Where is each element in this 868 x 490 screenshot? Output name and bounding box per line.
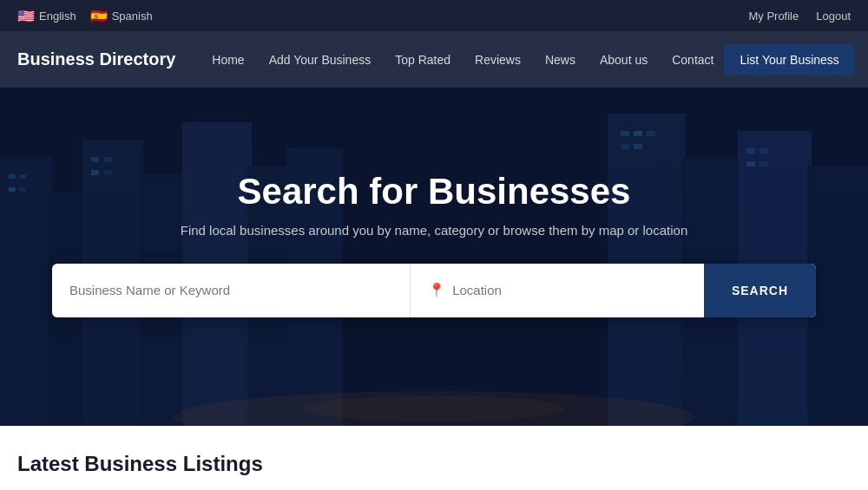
logout-link[interactable]: Logout [816, 10, 851, 23]
location-pin-icon: 📍 [428, 282, 445, 298]
lang-spanish[interactable]: 🇪🇸 Spanish [90, 8, 153, 24]
nav-add-business[interactable]: Add Your Business [259, 46, 382, 74]
language-selector: 🇺🇸 English 🇪🇸 Spanish [17, 8, 153, 24]
hero-content: Search for Businesses Find local busines… [163, 171, 705, 264]
navbar: Business Directory Home Add Your Busines… [0, 31, 868, 88]
nav-top-rated[interactable]: Top Rated [385, 46, 461, 74]
listings-title: Latest Business Listings [17, 452, 851, 476]
lang-english-label: English [39, 10, 76, 23]
search-button[interactable]: SEARCH [704, 264, 816, 317]
nav-reviews[interactable]: Reviews [464, 46, 531, 74]
location-input-wrap: 📍 [411, 264, 704, 317]
keyword-input[interactable] [69, 283, 392, 297]
listings-section: Latest Business Listings [0, 426, 868, 490]
nav-home[interactable]: Home [201, 46, 254, 74]
lang-english[interactable]: 🇺🇸 English [17, 8, 76, 24]
brand-logo[interactable]: Business Directory [17, 49, 175, 69]
flag-english: 🇺🇸 [17, 8, 35, 24]
hero-title: Search for Businesses [181, 171, 687, 212]
nav-about-us[interactable]: About us [589, 46, 658, 74]
hero-section: Search for Businesses Find local busines… [0, 88, 868, 426]
nav-news[interactable]: News [535, 46, 586, 74]
top-bar-right: My Profile Logout [748, 10, 851, 23]
nav-links: Home Add Your Business Top Rated Reviews… [201, 46, 724, 74]
location-input[interactable] [452, 283, 687, 297]
lang-spanish-label: Spanish [112, 10, 153, 23]
hero-subtitle: Find local businesses around you by name… [181, 223, 687, 238]
keyword-input-wrap [52, 264, 411, 317]
nav-contact[interactable]: Contact [661, 46, 724, 74]
search-bar: 📍 SEARCH [52, 264, 816, 317]
my-profile-link[interactable]: My Profile [748, 10, 799, 23]
flag-spanish: 🇪🇸 [90, 8, 108, 24]
top-bar: 🇺🇸 English 🇪🇸 Spanish My Profile Logout [0, 0, 868, 31]
list-your-business-button[interactable]: List Your Business [724, 44, 854, 75]
